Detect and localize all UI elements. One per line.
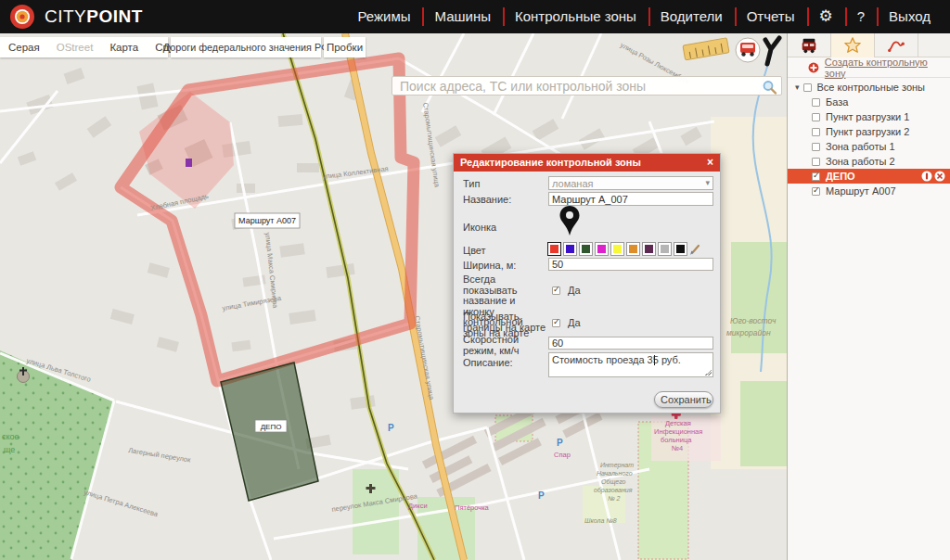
color-swatch-4[interactable] [610, 242, 624, 256]
description-textarea[interactable]: Стоимость проезда 35 руб. [548, 352, 713, 377]
dialog-header[interactable]: Редактирование контрольной зоны × [454, 154, 720, 172]
street-label: №4 [672, 444, 683, 452]
borders-field: Да [552, 317, 581, 328]
tree-item-label: Зона работы 1 [826, 141, 895, 152]
tab-vehicles[interactable] [788, 33, 831, 57]
nav-item-1[interactable]: Машины [422, 0, 502, 33]
street-label: Интернат [600, 462, 634, 469]
street-label: P [557, 438, 563, 448]
zone-action-icons[interactable] [921, 171, 946, 182]
resize-grip[interactable] [705, 369, 712, 375]
name-label: Название: [463, 195, 511, 206]
tree-item-4[interactable]: Зона работы 1 [788, 139, 950, 154]
route-zone-label: Маршрут А007 [235, 213, 300, 228]
brand-logo[interactable]: CITYPOINT [9, 4, 143, 30]
borders-checkbox[interactable] [552, 319, 560, 327]
type-select-value: ломаная [552, 178, 594, 189]
color-swatch-6[interactable] [642, 242, 656, 256]
tree-item-5[interactable]: Зона работы 2 [788, 154, 950, 169]
tree-checkbox[interactable] [812, 158, 820, 166]
color-swatch-7[interactable] [658, 242, 672, 256]
search-input[interactable] [392, 77, 781, 95]
search-icon[interactable] [761, 79, 777, 95]
street-label: больница [661, 436, 692, 444]
create-zone-label: Создать контрольную зону [825, 57, 950, 79]
close-icon[interactable]: × [707, 156, 713, 169]
poi-icon [186, 159, 192, 167]
street-label: Детская [665, 419, 691, 427]
color-swatch-8[interactable] [674, 242, 687, 256]
tab-federal-roads[interactable]: Дороги федерального значения РФ [171, 37, 321, 57]
nav-item-4[interactable]: Отчеты [735, 0, 807, 33]
control-zones-sidebar: Создать контрольную зону ▾Все контрольны… [787, 33, 950, 560]
always-show-checkbox[interactable] [552, 286, 560, 295]
street-label: Юго-восточ [730, 316, 777, 325]
tree-item-6[interactable]: ДЕПО [788, 169, 950, 184]
eyedropper-icon[interactable] [688, 242, 702, 256]
tree-item-1[interactable]: База [788, 95, 950, 109]
street-label: Общего [601, 478, 626, 486]
caret-down-icon[interactable]: ▾ [795, 83, 800, 92]
truck-tool-icon[interactable] [736, 38, 760, 62]
gear-icon[interactable]: ⚙ [819, 7, 833, 25]
tab-gray[interactable]: Серая [0, 42, 48, 53]
tree-checkbox[interactable] [812, 128, 820, 136]
street-label: микрорайон [726, 328, 771, 337]
citypoint-logo-icon [9, 4, 35, 30]
speed-input[interactable] [548, 337, 713, 350]
text-cursor [654, 355, 655, 365]
color-swatch-1[interactable] [563, 242, 577, 256]
tree-item-7[interactable]: Маршрут А007 [788, 184, 950, 198]
always-show-yes-label: Да [568, 285, 581, 296]
name-input[interactable] [548, 192, 713, 206]
nav-item-3[interactable]: Водители [648, 0, 735, 33]
street-label: P [538, 490, 545, 501]
street-label: ское [2, 432, 19, 441]
nav-item-2[interactable]: Контрольные зоны [503, 0, 648, 33]
zones-tree: ▾Все контрольные зоныБазаПункт разгрузки… [788, 78, 950, 198]
tree-item-label: Зона работы 2 [826, 156, 895, 167]
nav-item-help[interactable]: ? [845, 0, 877, 33]
street-label: P [388, 423, 394, 433]
street-label: Дикси [408, 502, 428, 510]
tree-checkbox[interactable] [812, 113, 820, 121]
tree-checkbox[interactable] [812, 172, 820, 181]
street-label: Начального [597, 470, 633, 477]
zone-star-icon [842, 36, 863, 55]
tree-checkbox[interactable] [812, 98, 820, 107]
street-label: Школа №8 [584, 517, 617, 524]
color-swatch-0[interactable] [547, 242, 561, 256]
borders-yes-label: Да [568, 317, 581, 328]
save-button[interactable]: Сохранить [654, 391, 713, 408]
tree-checkbox[interactable] [803, 83, 812, 92]
top-bar: CITYPOINT РежимыМашиныКонтрольные зоныВо… [0, 0, 950, 33]
nav-item-settings[interactable]: ⚙ [807, 0, 845, 33]
color-swatch-3[interactable] [595, 242, 609, 256]
color-swatch-2[interactable] [579, 242, 593, 256]
tree-item-0[interactable]: ▾Все контрольные зоны [788, 80, 950, 95]
tab-control-zones[interactable] [831, 33, 875, 57]
icon-label: Иконка [463, 223, 496, 234]
tree-item-3[interactable]: Пункт разгрузки 2 [788, 124, 950, 139]
color-swatch-5[interactable] [626, 242, 640, 256]
vehicle-icon [799, 36, 819, 55]
nav-item-exit[interactable]: Выход [877, 0, 943, 33]
tree-item-label: База [826, 96, 848, 108]
create-zone-link[interactable]: Создать контрольную зону [788, 57, 950, 78]
tree-item-label: Пункт разгрузки 1 [826, 111, 909, 122]
tab-routes[interactable] [875, 33, 918, 57]
tab-traffic[interactable]: Пробки [324, 37, 366, 57]
map-pin-icon[interactable] [559, 206, 580, 236]
tree-checkbox[interactable] [812, 143, 820, 151]
width-input[interactable] [548, 258, 713, 271]
tab-ostreet[interactable]: OStreet [48, 42, 102, 53]
tab-map[interactable]: Карта [101, 42, 147, 53]
svg-text:Маршрут А007: Маршрут А007 [238, 216, 296, 225]
tree-item-2[interactable]: Пункт разгрузки 1 [788, 109, 950, 124]
street-label: Инфекционная [654, 427, 702, 436]
route-squiggle-icon [886, 36, 906, 55]
tree-checkbox[interactable] [812, 187, 820, 196]
tree-item-label: ДЕПО [826, 171, 855, 182]
nav-item-0[interactable]: Режимы [345, 0, 422, 33]
type-select[interactable]: ломаная ▾ [548, 176, 713, 190]
